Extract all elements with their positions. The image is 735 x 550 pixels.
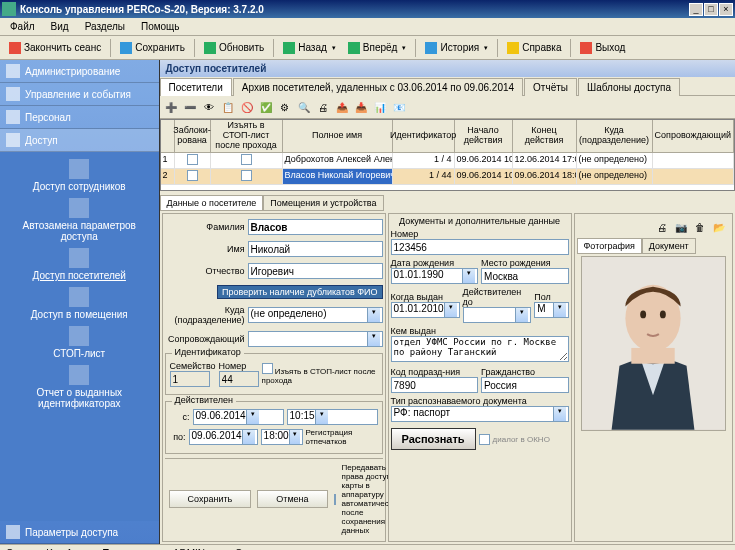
detail-tab-data[interactable]: Данные о посетителе — [160, 195, 264, 211]
close-button[interactable]: × — [719, 3, 733, 16]
apply-icon[interactable]: ⚙ — [276, 98, 294, 116]
nav-admin[interactable]: Администрирование — [0, 60, 159, 83]
code-input[interactable] — [391, 377, 479, 393]
svg-point-3 — [660, 310, 666, 318]
svg-point-2 — [640, 310, 646, 318]
subnav-visitor-access[interactable]: Доступ посетителей — [0, 245, 159, 284]
dept-dropdown[interactable]: ▾ — [367, 308, 380, 322]
menu-sections[interactable]: Разделы — [79, 20, 131, 33]
nav-events[interactable]: Управление и события — [0, 83, 159, 106]
tab-visitors[interactable]: Посетители — [160, 78, 232, 96]
history-button[interactable]: История — [420, 40, 493, 56]
photo-camera-icon[interactable]: 📷 — [672, 218, 690, 236]
unblock-icon[interactable]: ✅ — [257, 98, 275, 116]
photo-delete-icon[interactable]: 🗑 — [691, 218, 709, 236]
col-blocked[interactable]: Заблоки-рована — [175, 120, 211, 153]
lock-icon — [69, 159, 89, 179]
to-date-dropdown[interactable]: ▾ — [242, 430, 255, 444]
print-icon[interactable]: 🖨 — [314, 98, 332, 116]
visitor-form: Фамилия Имя Отчество Проверить наличие д… — [162, 213, 386, 542]
menubar: Файл Вид Разделы Помощь — [0, 18, 735, 36]
nav-personal[interactable]: Персонал — [0, 106, 159, 129]
detail-tab-rooms[interactable]: Помещения и устройства — [263, 195, 383, 211]
escort-dropdown[interactable]: ▾ — [367, 332, 380, 346]
from-time-spinner[interactable]: ▾ — [315, 410, 328, 424]
photo-tab[interactable]: Фотография — [577, 238, 642, 254]
send-icon[interactable]: 📧 — [390, 98, 408, 116]
col-dept[interactable]: Куда (подразделение) — [577, 120, 653, 153]
doc-number-input[interactable] — [391, 239, 569, 255]
from-date-dropdown[interactable]: ▾ — [246, 410, 259, 424]
subnav-staff-access[interactable]: Доступ сотрудников — [0, 156, 159, 195]
menu-file[interactable]: Файл — [4, 20, 41, 33]
add-icon[interactable]: ➕ — [162, 98, 180, 116]
excel-icon[interactable]: 📊 — [371, 98, 389, 116]
copy-icon[interactable]: 📋 — [219, 98, 237, 116]
menu-view[interactable]: Вид — [45, 20, 75, 33]
forward-button[interactable]: Вперёд — [343, 40, 412, 56]
import-icon[interactable]: 📥 — [352, 98, 370, 116]
sidebar: Администрирование Управление и события П… — [0, 60, 160, 544]
tab-archive[interactable]: Архив посетителей, удаленных с 03.06.201… — [233, 78, 523, 96]
tab-reports[interactable]: Отчёты — [524, 78, 577, 96]
nav-access[interactable]: Доступ — [0, 129, 159, 152]
to-time-spinner[interactable]: ▾ — [289, 430, 300, 444]
validto-dropdown[interactable]: ▾ — [515, 308, 528, 322]
block-icon[interactable]: 🚫 — [238, 98, 256, 116]
subnav-room-access[interactable]: Доступ в помещения — [0, 284, 159, 323]
app-icon — [2, 2, 16, 16]
help-button[interactable]: Справка — [502, 40, 566, 56]
photo-open-icon[interactable]: 📂 — [710, 218, 728, 236]
photo-print-icon[interactable]: 🖨 — [653, 218, 671, 236]
person-icon — [6, 110, 20, 124]
col-id[interactable]: Идентификатор — [393, 120, 455, 153]
issuer-input[interactable] — [391, 336, 569, 362]
menu-help[interactable]: Помощь — [135, 20, 186, 33]
table-row[interactable]: 1 Доброхотов Алексей Алексеевич 1 / 4 09… — [161, 153, 734, 169]
middlename-input[interactable] — [248, 263, 383, 279]
recognize-button[interactable]: Распознать — [391, 428, 476, 450]
col-name[interactable]: Полное имя — [283, 120, 393, 153]
end-session-button[interactable]: Закончить сеанс — [4, 40, 106, 56]
subnav-report[interactable]: Отчет о выданных идентификаторах — [0, 362, 159, 412]
stoplist-checkbox[interactable] — [262, 363, 273, 374]
tab-templates[interactable]: Шаблоны доступа — [578, 78, 680, 96]
sex-dropdown[interactable]: ▾ — [553, 303, 566, 317]
nav-params[interactable]: Параметры доступа — [0, 521, 159, 544]
firstname-input[interactable] — [248, 241, 383, 257]
subnav-stoplist[interactable]: СТОП-лист — [0, 323, 159, 362]
gear-icon — [6, 64, 20, 78]
form-cancel-button[interactable]: Отмена — [257, 490, 327, 508]
view-icon[interactable]: 👁 — [200, 98, 218, 116]
back-button[interactable]: Назад — [278, 40, 341, 56]
col-stoplist[interactable]: Изъять в СТОП-лист после прохода — [211, 120, 283, 153]
auto-transfer-checkbox[interactable] — [334, 494, 336, 505]
document-tab[interactable]: Документ — [642, 238, 696, 254]
subnav-auto-params[interactable]: Автозамена параметров доступа — [0, 195, 159, 245]
dialog-checkbox[interactable] — [479, 434, 490, 445]
doctype-dropdown[interactable]: ▾ — [553, 407, 566, 421]
refresh-button[interactable]: Обновить — [199, 40, 269, 56]
form-save-button[interactable]: Сохранить — [169, 490, 252, 508]
exit-button[interactable]: Выход — [575, 40, 630, 56]
visitors-grid[interactable]: Заблоки-рована Изъять в СТОП-лист после … — [160, 119, 735, 191]
birthplace-input[interactable] — [481, 268, 569, 284]
col-end[interactable]: Конец действия — [513, 120, 577, 153]
citizenship-input[interactable] — [481, 377, 569, 393]
birthdate-dropdown[interactable]: ▾ — [462, 269, 475, 283]
col-start[interactable]: Начало действия — [455, 120, 513, 153]
delete-icon[interactable]: ➖ — [181, 98, 199, 116]
col-escort[interactable]: Сопровождающий — [653, 120, 734, 153]
issued-dropdown[interactable]: ▾ — [444, 303, 457, 317]
check-duplicates-button[interactable]: Проверить наличие дубликатов ФИО — [217, 285, 382, 299]
visitor-icon — [69, 248, 89, 268]
lastname-input[interactable] — [248, 219, 383, 235]
filter-icon[interactable]: 🔍 — [295, 98, 313, 116]
save-button[interactable]: Сохранить — [115, 40, 190, 56]
export-icon[interactable]: 📤 — [333, 98, 351, 116]
maximize-button[interactable]: □ — [704, 3, 718, 16]
idnum-input — [219, 371, 259, 387]
report-icon — [69, 365, 89, 385]
minimize-button[interactable]: _ — [689, 3, 703, 16]
table-row[interactable]: 2 Власов Николай Игоревич 1 / 44 09.06.2… — [161, 169, 734, 185]
